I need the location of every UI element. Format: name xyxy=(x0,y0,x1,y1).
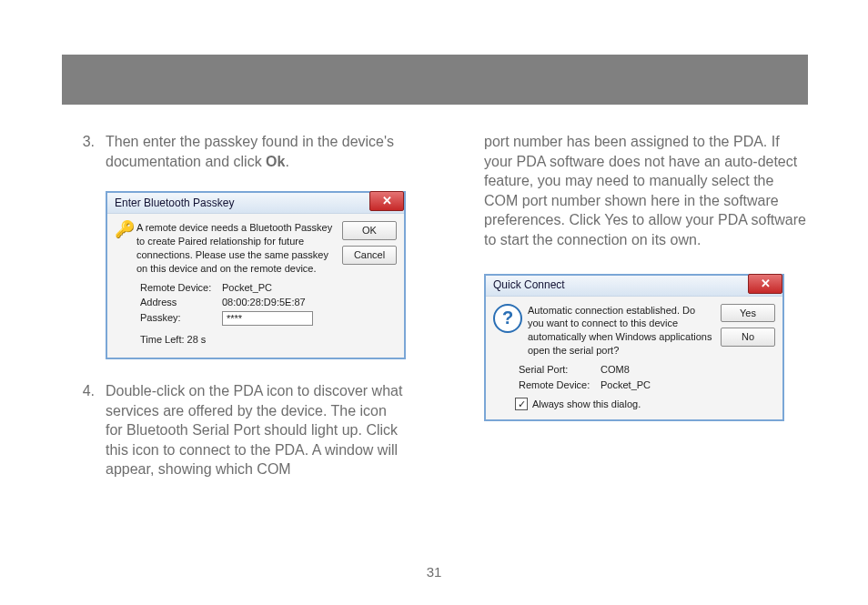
left-column: 3. Then enter the passkey found in the d… xyxy=(78,132,406,499)
right-column: port number has been assigned to the PDA… xyxy=(484,132,806,499)
address-row: Address 08:00:28:D9:5E:87 xyxy=(140,296,335,309)
always-show-checkbox[interactable]: ✓ xyxy=(515,398,528,410)
continuation-text: port number has been assigned to the PDA… xyxy=(484,132,806,250)
serial-port-label: Serial Port: xyxy=(519,363,601,377)
content-columns: 3. Then enter the passkey found in the d… xyxy=(78,132,806,499)
remote-device-label: Remote Device: xyxy=(519,378,601,392)
dialog-body: ? Automatic connection established. Do y… xyxy=(486,297,782,420)
remote-device-row: Remote Device: Pocket_PC xyxy=(519,378,713,392)
dialog-buttons: Yes No xyxy=(721,304,775,411)
question-icon: ? xyxy=(493,304,522,333)
ok-button[interactable]: OK xyxy=(342,221,397,240)
remote-device-row: Remote Device: Pocket_PC xyxy=(140,281,335,295)
always-show-row: ✓ Always show this dialog. xyxy=(515,398,713,411)
step-text: Then enter the passkey found in the devi… xyxy=(106,132,406,171)
passkey-dialog: Enter Bluetooth Passkey ✕ 🔑 A remote dev… xyxy=(106,191,406,359)
address-label: Address xyxy=(140,296,222,309)
step-text-a: Then enter the passkey found in the devi… xyxy=(106,134,394,169)
dialog-left: 🔑 A remote device needs a Bluetooth Pass… xyxy=(115,221,335,348)
no-button[interactable]: No xyxy=(721,328,775,347)
close-icon[interactable]: ✕ xyxy=(748,274,782,294)
step-text-a: Double-click on the PDA icon to discover… xyxy=(106,383,402,477)
dialog-message: A remote device needs a Bluetooth Passke… xyxy=(136,221,335,275)
key-icon: 🔑 xyxy=(115,221,131,243)
close-icon[interactable]: ✕ xyxy=(369,191,404,211)
timeleft-label: Time Left: 28 s xyxy=(140,333,206,347)
always-show-label: Always show this dialog. xyxy=(532,398,641,411)
dialog-title: Enter Bluetooth Passkey xyxy=(115,196,234,210)
remote-device-value: Pocket_PC xyxy=(601,378,651,392)
step-bold: Ok xyxy=(266,154,285,169)
remote-device-value: Pocket_PC xyxy=(222,281,272,295)
step-text: Double-click on the PDA icon to discover… xyxy=(106,381,406,479)
passkey-row: Passkey: **** xyxy=(140,311,335,326)
step-number: 4. xyxy=(78,381,95,479)
address-value: 08:00:28:D9:5E:87 xyxy=(222,296,306,309)
dialog-titlebar: Enter Bluetooth Passkey ✕ xyxy=(107,193,404,214)
remote-device-label: Remote Device: xyxy=(140,281,222,295)
passkey-input[interactable]: **** xyxy=(222,311,313,326)
serial-port-row: Serial Port: COM8 xyxy=(519,363,713,377)
dialog-buttons: OK Cancel xyxy=(342,221,397,348)
dialog-titlebar: Quick Connect ✕ xyxy=(486,276,782,297)
yes-button[interactable]: Yes xyxy=(721,304,775,323)
dialog-body: 🔑 A remote device needs a Bluetooth Pass… xyxy=(107,214,404,358)
cancel-button[interactable]: Cancel xyxy=(342,246,397,265)
step-3: 3. Then enter the passkey found in the d… xyxy=(78,132,406,171)
passkey-label: Passkey: xyxy=(140,311,222,326)
dialog-left: ? Automatic connection established. Do y… xyxy=(493,304,713,411)
dialog-message: Automatic connection established. Do you… xyxy=(528,304,713,358)
timeleft-row: Time Left: 28 s xyxy=(140,333,335,347)
dialog-title: Quick Connect xyxy=(493,277,565,292)
dialog-message-row: 🔑 A remote device needs a Bluetooth Pass… xyxy=(115,221,335,275)
header-bar xyxy=(62,55,808,105)
step-number: 3. xyxy=(78,132,95,171)
page-number: 31 xyxy=(0,564,868,580)
step-4: 4. Double-click on the PDA icon to disco… xyxy=(78,381,406,479)
quick-connect-dialog: Quick Connect ✕ ? Automatic connection e… xyxy=(484,274,784,422)
dialog-message-row: ? Automatic connection established. Do y… xyxy=(493,304,713,358)
serial-port-value: COM8 xyxy=(601,363,630,377)
step-text-b: . xyxy=(285,154,288,169)
